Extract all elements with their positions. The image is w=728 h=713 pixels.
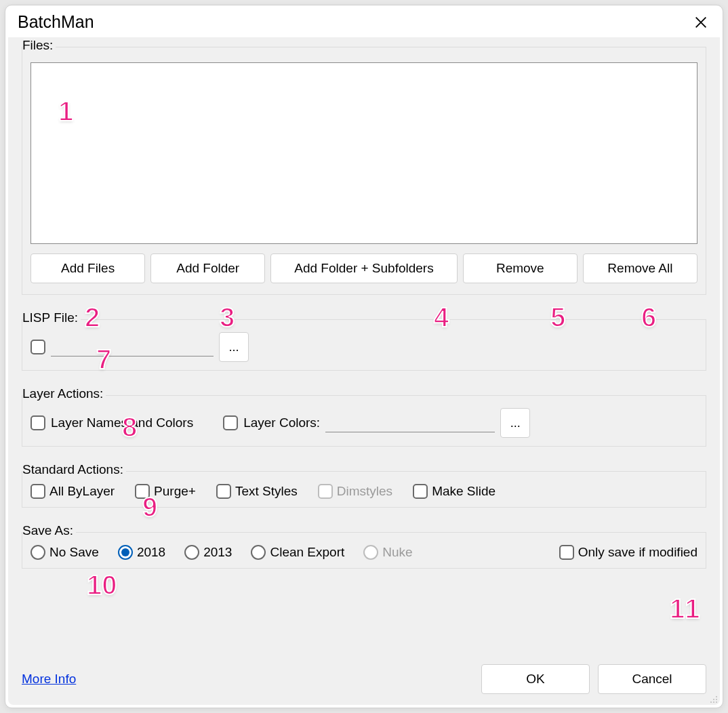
standard-actions-group: Standard Actions: All ByLayer Purge+ Tex… — [22, 471, 706, 508]
purge-label: Purge+ — [154, 484, 196, 499]
svg-point-2 — [716, 699, 717, 700]
layer-names-colors-label: Layer Names and Colors — [51, 415, 193, 430]
titlebar: BatchMan — [5, 5, 723, 37]
make-slide-label: Make Slide — [432, 484, 496, 499]
save-as-group: Save As: No Save 2018 2013 Clean Export — [22, 532, 706, 569]
layer-actions-group: Layer Actions: Layer Names and Colors La… — [22, 395, 706, 447]
save-2018-radio[interactable] — [118, 545, 133, 560]
text-styles-checkbox[interactable] — [216, 484, 231, 499]
layer-legend: Layer Actions: — [22, 386, 106, 401]
std-legend: Standard Actions: — [22, 462, 126, 477]
nuke-radio — [363, 545, 378, 560]
svg-point-4 — [713, 701, 714, 703]
save-2018-label: 2018 — [137, 545, 165, 560]
svg-point-0 — [716, 696, 717, 697]
close-icon[interactable] — [691, 13, 710, 32]
remove-button[interactable]: Remove — [463, 253, 578, 283]
lisp-path-input[interactable] — [51, 338, 214, 356]
layer-names-colors-checkbox[interactable] — [31, 415, 45, 430]
cancel-button[interactable]: Cancel — [598, 664, 706, 694]
lisp-legend: LISP File: — [22, 310, 81, 325]
save-2013-radio[interactable] — [184, 545, 199, 560]
add-folder-subfolders-button[interactable]: Add Folder + Subfolders — [270, 253, 457, 283]
files-listbox[interactable] — [31, 62, 697, 244]
clean-export-radio[interactable] — [251, 545, 266, 560]
add-folder-button[interactable]: Add Folder — [150, 253, 265, 283]
more-info-link[interactable]: More Info — [22, 672, 76, 687]
dimstyles-checkbox — [318, 484, 333, 499]
nuke-label: Nuke — [382, 545, 412, 560]
save-2013-label: 2013 — [203, 545, 232, 560]
lisp-group: LISP File: ... — [22, 319, 706, 371]
purge-checkbox[interactable] — [135, 484, 150, 499]
text-styles-label: Text Styles — [235, 484, 298, 499]
lisp-enable-checkbox[interactable] — [31, 340, 45, 354]
only-save-if-modified-checkbox[interactable] — [559, 545, 574, 560]
files-group: Files: Add Files Add Folder Add Folder +… — [22, 47, 706, 295]
dialog-window: BatchMan Files: Add Files Add Folder Add… — [5, 5, 723, 708]
save-legend: Save As: — [22, 523, 76, 538]
layer-colors-checkbox[interactable] — [223, 415, 238, 430]
resize-grip-icon[interactable] — [708, 693, 719, 704]
dialog-footer: More Info OK Cancel — [22, 651, 706, 694]
all-bylayer-checkbox[interactable] — [31, 484, 45, 499]
svg-point-5 — [716, 701, 717, 703]
svg-point-1 — [713, 699, 714, 700]
lisp-browse-button[interactable]: ... — [219, 332, 249, 362]
clean-export-label: Clean Export — [270, 545, 344, 560]
dialog-content: Files: Add Files Add Folder Add Folder +… — [8, 37, 720, 705]
layer-colors-label: Layer Colors: — [243, 415, 320, 430]
remove-all-button[interactable]: Remove All — [583, 253, 697, 283]
all-bylayer-label: All ByLayer — [49, 484, 115, 499]
only-save-if-modified-label: Only save if modified — [578, 545, 697, 560]
layer-colors-browse-button[interactable]: ... — [500, 408, 530, 438]
add-files-button[interactable]: Add Files — [31, 253, 145, 283]
files-legend: Files: — [22, 38, 56, 53]
make-slide-checkbox[interactable] — [413, 484, 428, 499]
window-title: BatchMan — [18, 12, 94, 32]
svg-point-3 — [710, 701, 712, 703]
no-save-radio[interactable] — [31, 545, 45, 560]
dimstyles-label: Dimstyles — [337, 484, 392, 499]
ok-button[interactable]: OK — [481, 664, 590, 694]
layer-colors-input[interactable] — [325, 413, 495, 432]
no-save-label: No Save — [49, 545, 99, 560]
